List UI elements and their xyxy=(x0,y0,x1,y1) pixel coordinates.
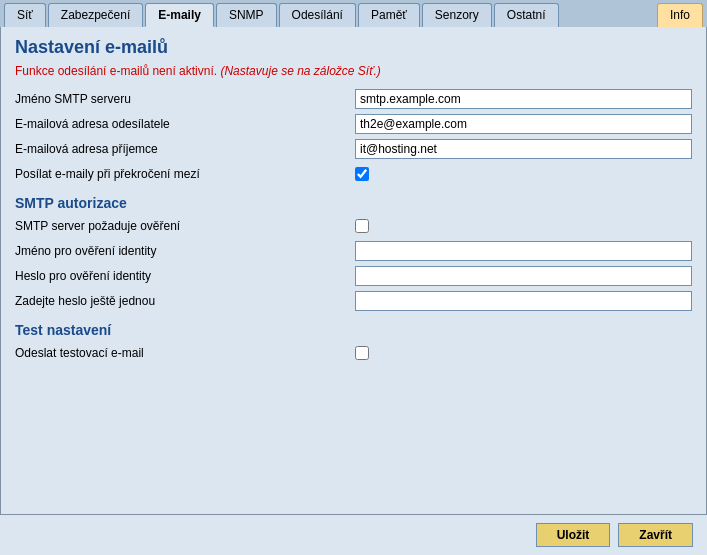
content-area: Nastavení e-mailů Funkce odesílání e-mai… xyxy=(0,27,707,515)
input-to-email[interactable] xyxy=(355,139,692,159)
checkbox-send-test[interactable] xyxy=(355,346,369,360)
form-row-auth-username: Jméno pro ověření identity xyxy=(15,240,692,262)
form-row-send-test: Odeslat testovací e-mail xyxy=(15,342,692,364)
tab-odesilani[interactable]: Odesílání xyxy=(279,3,356,27)
main-window: Síť Zabezpečení E-maily SNMP Odesílání P… xyxy=(0,0,707,555)
tab-info[interactable]: Info xyxy=(657,3,703,27)
control-to-email xyxy=(355,139,692,159)
input-smtp-server[interactable] xyxy=(355,89,692,109)
form-row-to-email: E-mailová adresa příjemce xyxy=(15,138,692,160)
tab-zabezpeceni[interactable]: Zabezpečení xyxy=(48,3,143,27)
main-section: Jméno SMTP serveru E-mailová adresa odes… xyxy=(15,88,692,185)
form-row-auth-password: Heslo pro ověření identity xyxy=(15,265,692,287)
tab-senzory[interactable]: Senzory xyxy=(422,3,492,27)
tab-emaily[interactable]: E-maily xyxy=(145,3,214,27)
control-smtp-requires-auth xyxy=(355,219,692,233)
smtp-auth-section: SMTP autorizace SMTP server požaduje ově… xyxy=(15,195,692,312)
label-send-on-limit: Posílat e-maily při překročení mezí xyxy=(15,167,355,181)
smtp-auth-title: SMTP autorizace xyxy=(15,195,692,211)
warning-main: Funkce odesílání e-mailů není aktivní. xyxy=(15,64,217,78)
control-send-test xyxy=(355,346,692,360)
page-title: Nastavení e-mailů xyxy=(15,37,692,58)
tab-ostatni[interactable]: Ostatní xyxy=(494,3,559,27)
form-row-auth-password-confirm: Zadejte heslo ještě jednou xyxy=(15,290,692,312)
form-row-from-email: E-mailová adresa odesílatele xyxy=(15,113,692,135)
test-section: Test nastavení Odeslat testovací e-mail xyxy=(15,322,692,364)
control-auth-username xyxy=(355,241,692,261)
form-row-smtp-server: Jméno SMTP serveru xyxy=(15,88,692,110)
label-from-email: E-mailová adresa odesílatele xyxy=(15,117,355,131)
form-row-send-on-limit: Posílat e-maily při překročení mezí xyxy=(15,163,692,185)
test-title: Test nastavení xyxy=(15,322,692,338)
tab-snmp[interactable]: SNMP xyxy=(216,3,277,27)
control-send-on-limit xyxy=(355,167,692,181)
label-smtp-requires-auth: SMTP server požaduje ověření xyxy=(15,219,355,233)
input-from-email[interactable] xyxy=(355,114,692,134)
input-auth-username[interactable] xyxy=(355,241,692,261)
tab-pamet[interactable]: Paměť xyxy=(358,3,420,27)
control-auth-password xyxy=(355,266,692,286)
form-row-smtp-requires-auth: SMTP server požaduje ověření xyxy=(15,215,692,237)
label-to-email: E-mailová adresa příjemce xyxy=(15,142,355,156)
control-auth-password-confirm xyxy=(355,291,692,311)
warning-sub: (Nastavuje se na záložce Síť.) xyxy=(220,64,380,78)
label-send-test: Odeslat testovací e-mail xyxy=(15,346,355,360)
input-auth-password[interactable] xyxy=(355,266,692,286)
label-auth-password-confirm: Zadejte heslo ještě jednou xyxy=(15,294,355,308)
checkbox-smtp-requires-auth[interactable] xyxy=(355,219,369,233)
input-auth-password-confirm[interactable] xyxy=(355,291,692,311)
label-smtp-server: Jméno SMTP serveru xyxy=(15,92,355,106)
control-from-email xyxy=(355,114,692,134)
warning-text: Funkce odesílání e-mailů není aktivní. (… xyxy=(15,64,692,78)
bottom-bar: Uložit Zavřít xyxy=(0,515,707,555)
checkbox-send-on-limit[interactable] xyxy=(355,167,369,181)
save-button[interactable]: Uložit xyxy=(536,523,611,547)
label-auth-password: Heslo pro ověření identity xyxy=(15,269,355,283)
label-auth-username: Jméno pro ověření identity xyxy=(15,244,355,258)
close-button[interactable]: Zavřít xyxy=(618,523,693,547)
tab-bar: Síť Zabezpečení E-maily SNMP Odesílání P… xyxy=(0,0,707,27)
tab-sit[interactable]: Síť xyxy=(4,3,46,27)
control-smtp-server xyxy=(355,89,692,109)
